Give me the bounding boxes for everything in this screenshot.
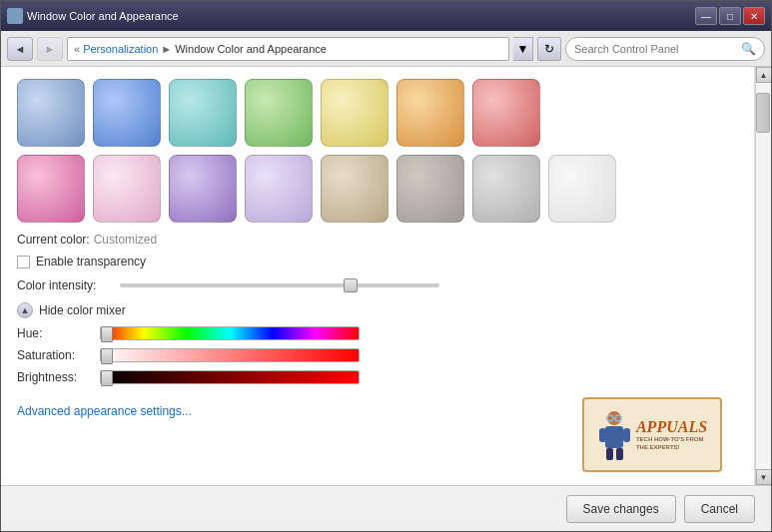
search-icon[interactable]: 🔍 bbox=[741, 42, 756, 56]
appuals-watermark: APPUALS TECH HOW-TO'S FROMTHE EXPERTS! bbox=[582, 397, 722, 472]
current-color-row: Current color: Customized bbox=[17, 233, 738, 247]
search-bar: 🔍 bbox=[565, 37, 765, 61]
svg-rect-2 bbox=[599, 428, 606, 442]
color-swatch-green[interactable] bbox=[245, 79, 313, 147]
color-swatch-purple[interactable] bbox=[169, 155, 237, 223]
enable-transparency-label: Enable transparency bbox=[36, 255, 146, 268]
close-button[interactable]: ✕ bbox=[743, 7, 765, 25]
color-intensity-label: Color intensity: bbox=[17, 278, 112, 292]
scroll-track[interactable] bbox=[756, 83, 771, 469]
main-window: Window Color and Appearance — □ ✕ ◄ ► « … bbox=[0, 0, 772, 532]
brightness-track[interactable] bbox=[100, 370, 360, 384]
breadcrumb-part2: Window Color and Appearance bbox=[175, 43, 327, 55]
scroll-thumb[interactable] bbox=[756, 93, 770, 133]
hue-label: Hue: bbox=[17, 326, 92, 340]
title-bar-controls: — □ ✕ bbox=[695, 7, 765, 25]
brightness-row: Brightness: bbox=[17, 370, 738, 384]
window-title: Window Color and Appearance bbox=[27, 10, 179, 22]
color-swatch-lavender[interactable] bbox=[245, 155, 313, 223]
color-swatch-gray[interactable] bbox=[396, 155, 464, 223]
color-swatch-pink2[interactable] bbox=[93, 155, 161, 223]
breadcrumb-bar: « Personalization ► Window Color and App… bbox=[67, 37, 509, 61]
hue-row: Hue: bbox=[17, 326, 738, 340]
saturation-thumb[interactable] bbox=[101, 348, 113, 364]
saturation-track[interactable] bbox=[100, 348, 360, 362]
breadcrumb-sep: ► bbox=[161, 43, 172, 55]
color-swatch-silver[interactable] bbox=[472, 155, 540, 223]
title-bar-left: Window Color and Appearance bbox=[7, 8, 179, 24]
refresh-button[interactable]: ↻ bbox=[537, 37, 561, 61]
title-bar: Window Color and Appearance — □ ✕ bbox=[1, 1, 771, 31]
appuals-figure-icon bbox=[597, 410, 632, 460]
forward-button[interactable]: ► bbox=[37, 37, 63, 61]
hue-thumb[interactable] bbox=[101, 326, 113, 342]
enable-transparency-row: Enable transparency bbox=[17, 255, 738, 268]
hue-track[interactable] bbox=[100, 326, 360, 340]
svg-rect-4 bbox=[606, 448, 613, 460]
footer: Save changes Cancel bbox=[1, 485, 771, 531]
color-swatch-yellow[interactable] bbox=[321, 79, 388, 147]
color-swatch-tan[interactable] bbox=[321, 155, 388, 223]
color-swatch-orange[interactable] bbox=[396, 79, 464, 147]
save-changes-button[interactable]: Save changes bbox=[566, 495, 676, 523]
back-button[interactable]: ◄ bbox=[7, 37, 33, 61]
brightness-label: Brightness: bbox=[17, 370, 92, 384]
scrollbar: ▲ ▼ bbox=[755, 67, 771, 485]
color-swatch-red[interactable] bbox=[472, 79, 540, 147]
color-swatch-white[interactable] bbox=[548, 155, 616, 223]
breadcrumb-prefix: « bbox=[74, 43, 80, 55]
advanced-settings-link[interactable]: Advanced appearance settings... bbox=[17, 404, 192, 418]
brightness-thumb[interactable] bbox=[101, 370, 113, 386]
minimize-button[interactable]: — bbox=[695, 7, 717, 25]
saturation-label: Saturation: bbox=[17, 348, 92, 362]
svg-rect-1 bbox=[605, 426, 623, 448]
color-intensity-thumb[interactable] bbox=[344, 278, 358, 292]
swatches-row-2 bbox=[17, 155, 738, 223]
color-swatch-blue2[interactable] bbox=[93, 79, 161, 147]
svg-rect-3 bbox=[623, 428, 630, 442]
color-intensity-track[interactable] bbox=[120, 283, 439, 287]
maximize-button[interactable]: □ bbox=[719, 7, 741, 25]
color-swatch-blue[interactable] bbox=[17, 79, 85, 147]
current-color-label: Current color: bbox=[17, 233, 90, 247]
color-swatch-teal[interactable] bbox=[169, 79, 237, 147]
hide-color-mixer-title: Hide color mixer bbox=[39, 303, 126, 317]
color-intensity-row: Color intensity: bbox=[17, 278, 738, 292]
color-swatch-pink[interactable] bbox=[17, 155, 85, 223]
enable-transparency-checkbox[interactable] bbox=[17, 256, 30, 268]
search-input[interactable] bbox=[574, 43, 737, 55]
svg-rect-5 bbox=[616, 448, 623, 460]
window-icon bbox=[7, 8, 23, 24]
address-bar: ◄ ► « Personalization ► Window Color and… bbox=[1, 31, 771, 67]
swatches-row-1 bbox=[17, 79, 738, 147]
cancel-button[interactable]: Cancel bbox=[684, 495, 755, 523]
scroll-up-button[interactable]: ▲ bbox=[756, 67, 772, 83]
hide-color-mixer-header[interactable]: ▲ Hide color mixer bbox=[17, 302, 738, 318]
saturation-row: Saturation: bbox=[17, 348, 738, 362]
current-color-value: Customized bbox=[94, 233, 157, 247]
collapse-icon[interactable]: ▲ bbox=[17, 302, 33, 318]
scroll-down-button[interactable]: ▼ bbox=[756, 469, 772, 485]
breadcrumb-part1[interactable]: Personalization bbox=[83, 43, 158, 55]
breadcrumb-dropdown[interactable]: ▼ bbox=[513, 37, 533, 61]
